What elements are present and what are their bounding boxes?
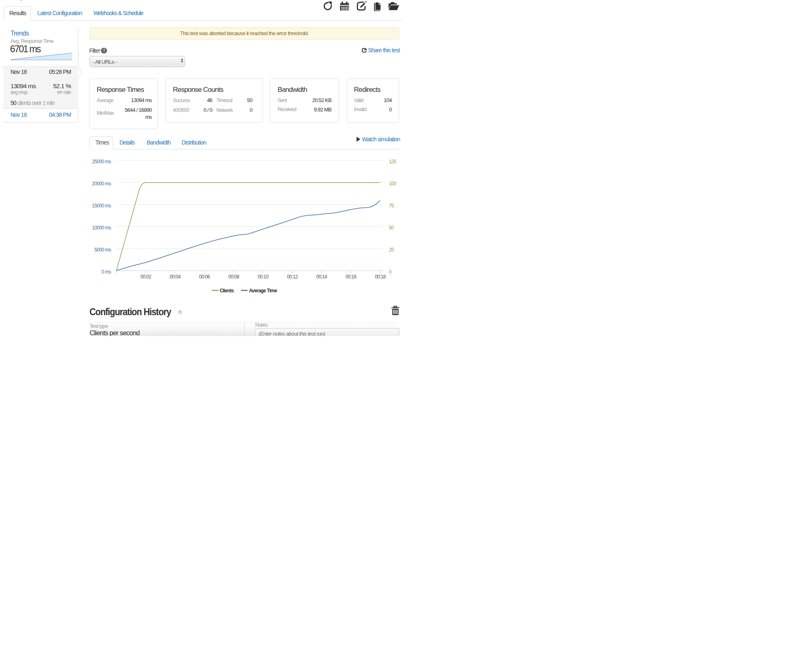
svg-text:00:10: 00:10	[258, 274, 269, 280]
svg-text:0: 0	[389, 269, 392, 275]
svg-text:00:14: 00:14	[316, 274, 327, 280]
svg-text:5000 ms: 5000 ms	[94, 247, 111, 253]
svg-text:00:04: 00:04	[170, 274, 181, 280]
svg-text:10000 ms: 10000 ms	[92, 225, 111, 231]
svg-text:00:16: 00:16	[346, 274, 357, 280]
svg-text:Average Time: Average Time	[249, 288, 277, 294]
svg-text:100: 100	[389, 181, 397, 187]
svg-text:50: 50	[389, 225, 394, 231]
svg-text:00:18: 00:18	[375, 274, 386, 280]
svg-text:0 ms: 0 ms	[102, 269, 112, 275]
svg-text:00:08: 00:08	[228, 274, 239, 280]
svg-text:20000 ms: 20000 ms	[92, 181, 111, 187]
svg-text:15000 ms: 15000 ms	[92, 203, 111, 209]
svg-text:Clients: Clients	[220, 288, 234, 294]
svg-text:00:02: 00:02	[141, 274, 152, 280]
svg-text:75: 75	[389, 203, 394, 209]
svg-text:00:12: 00:12	[287, 274, 298, 280]
svg-text:125: 125	[389, 159, 397, 165]
svg-text:25000 ms: 25000 ms	[92, 159, 111, 165]
svg-text:25: 25	[389, 247, 394, 253]
svg-text:00:06: 00:06	[199, 274, 210, 280]
